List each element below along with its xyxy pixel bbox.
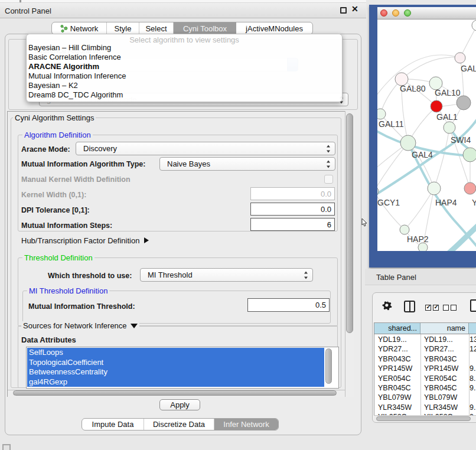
list-scrollbar[interactable] xyxy=(325,348,332,384)
dropdown-option[interactable]: ARACNE Algorithm xyxy=(28,62,99,71)
network-node[interactable] xyxy=(444,122,455,133)
table-hscrollbar-thumb[interactable] xyxy=(376,416,471,421)
table-cell[interactable]: 13 xyxy=(470,335,476,344)
which-threshold-combo[interactable]: MI Threshold xyxy=(140,268,313,282)
hub-definition-toggle[interactable]: Hub/Transcription Factor Definition xyxy=(21,236,149,245)
table-grid-line xyxy=(420,334,421,415)
tab-network[interactable]: Network xyxy=(52,22,107,34)
network-edge[interactable] xyxy=(402,57,460,79)
tab-cyni-toolbox[interactable]: Cyni Toolbox xyxy=(174,22,236,34)
network-edge[interactable] xyxy=(377,191,405,230)
table-cell[interactable]: YLR345W xyxy=(378,403,412,412)
network-node[interactable] xyxy=(400,135,416,151)
bottom-tab-infer-network[interactable]: Infer Network xyxy=(214,419,278,430)
table-cell[interactable]: YDL19... xyxy=(424,335,453,344)
dropdown-option[interactable]: Dream8 DC_TDC Algorithm xyxy=(28,90,123,100)
mini-panel-icon[interactable] xyxy=(2,444,11,450)
attribute-list-item[interactable]: SelfLoops xyxy=(27,348,324,358)
sources-title[interactable]: Sources for Network Inference xyxy=(21,321,139,330)
mi-threshold-title: MI Threshold Definition xyxy=(27,286,109,295)
kernel-width-field[interactable]: 0.0 xyxy=(250,187,335,200)
gear-icon[interactable] xyxy=(381,299,393,311)
apply-button[interactable]: Apply xyxy=(159,399,200,410)
attribute-list-item[interactable]: TopologicalCoefficient xyxy=(27,358,324,368)
aracne-mode-combo[interactable]: Discovery xyxy=(76,142,335,155)
network-node-label: SWI4 xyxy=(451,135,471,145)
dropdown-option[interactable]: Bayesian – K2 xyxy=(28,81,78,90)
dropdown-option[interactable]: Basic Correlation Inference xyxy=(28,53,121,62)
table-cell[interactable]: 9. xyxy=(470,403,475,412)
table-hscrollbar[interactable] xyxy=(374,415,476,422)
mi-steps-label: Mutual Information Steps: xyxy=(21,221,112,230)
network-node[interactable] xyxy=(464,182,476,194)
table-cell[interactable]: YBR045C xyxy=(378,384,411,392)
collapse-down-icon xyxy=(131,324,138,328)
tab-jactivemnodules[interactable]: jActiveMNodules xyxy=(236,22,312,34)
columns-icon[interactable] xyxy=(404,301,415,312)
document-icon[interactable] xyxy=(470,299,476,312)
table-column-header[interactable] xyxy=(469,323,476,334)
settings-vscrollbar-thumb[interactable] xyxy=(346,113,353,333)
bottom-tab-discretize-data[interactable]: Discretize Data xyxy=(144,419,214,430)
bottom-tab-impute-data[interactable]: Impute Data xyxy=(82,419,144,430)
table-cell[interactable]: YPR145W xyxy=(378,364,412,373)
table-cell[interactable]: YDL19... xyxy=(378,335,407,344)
dropdown-option[interactable]: Bayesian – Hill Climbing xyxy=(28,43,111,53)
data-attributes-label: Data Attributes xyxy=(21,335,76,344)
network-node-label: HAP4 xyxy=(435,198,457,207)
network-node[interactable] xyxy=(377,109,386,119)
table-cell[interactable]: 12 xyxy=(470,345,476,353)
table-cell[interactable]: YLR345W xyxy=(424,403,458,412)
table-cell[interactable]: YBR045C xyxy=(424,384,457,392)
settings-hscrollbar-thumb[interactable] xyxy=(13,390,337,396)
table-cell[interactable]: YPR145W xyxy=(424,364,458,373)
network-node[interactable] xyxy=(431,100,442,112)
network-canvas[interactable]: GAL8GAL80GAL10GAL1GAL11SWI4GAL4HAP4YGCY1… xyxy=(377,19,476,251)
network-node[interactable] xyxy=(457,96,471,110)
zoom-traffic-light[interactable] xyxy=(404,9,411,17)
kernel-width-label: Kernel Width (0,1): xyxy=(21,191,86,199)
tab-select[interactable]: Select xyxy=(139,22,174,34)
node-table[interactable]: shared...nameYDL19...YDL19...13YDR27...Y… xyxy=(374,322,476,415)
network-node[interactable] xyxy=(400,225,409,234)
dpi-tolerance-field[interactable]: 0.0 xyxy=(250,203,335,216)
network-node[interactable] xyxy=(418,243,428,251)
network-edge[interactable] xyxy=(434,128,449,188)
table-cell[interactable]: YER054C xyxy=(378,374,411,383)
algorithm-dropdown[interactable]: Select algorithm to view settings Bayesi… xyxy=(26,34,343,102)
close-traffic-light[interactable] xyxy=(380,9,387,17)
select-all-checkboxes-icon[interactable] xyxy=(425,302,441,313)
network-node[interactable] xyxy=(428,182,441,195)
table-cell[interactable]: 9. xyxy=(470,364,475,373)
table-cell[interactable]: YDR27... xyxy=(378,345,408,353)
table-column-header[interactable]: name xyxy=(420,323,469,334)
float-window-icon[interactable] xyxy=(340,7,347,14)
table-cell[interactable]: YBR043C xyxy=(424,355,457,363)
table-cell[interactable]: 8. xyxy=(470,374,475,383)
network-node[interactable] xyxy=(455,53,465,63)
algorithm-definition-title: Algorithm Definition xyxy=(22,131,93,139)
network-node[interactable] xyxy=(472,20,476,31)
minimize-traffic-light[interactable] xyxy=(392,9,399,17)
table-cell[interactable]: YBR043C xyxy=(378,355,411,363)
data-attributes-list[interactable]: SelfLoopsTopologicalCoefficientBetweenne… xyxy=(26,347,339,389)
mi-threshold-field[interactable]: 0.5 xyxy=(247,298,330,312)
mi-steps-field[interactable]: 6 xyxy=(250,218,335,231)
network-node[interactable] xyxy=(463,148,476,162)
mi-type-combo[interactable]: Naive Bayes xyxy=(159,157,335,171)
table-cell[interactable]: YER054C xyxy=(424,374,457,383)
attribute-list-item[interactable]: BetweennessCentrality xyxy=(27,367,324,377)
table-cell[interactable]: YBL079W xyxy=(424,393,457,402)
table-cell[interactable]: YDR27... xyxy=(424,345,454,353)
table-cell[interactable]: 9. xyxy=(470,384,475,392)
close-icon[interactable]: ✕ xyxy=(351,4,358,14)
dropdown-option[interactable]: Mutual Information Inference xyxy=(28,71,126,81)
cyni-settings-title: Cyni Algorithm Settings xyxy=(13,113,96,122)
attribute-list-item[interactable]: gal4RGexp xyxy=(27,377,324,387)
control-panel-title: Control Panel xyxy=(5,6,51,15)
table-column-header[interactable]: shared... xyxy=(374,323,420,334)
tab-style[interactable]: Style xyxy=(107,22,139,34)
deselect-all-checkboxes-icon[interactable] xyxy=(443,302,458,313)
table-cell[interactable]: YBL079W xyxy=(378,393,411,402)
manual-kernel-checkbox[interactable] xyxy=(324,175,333,184)
